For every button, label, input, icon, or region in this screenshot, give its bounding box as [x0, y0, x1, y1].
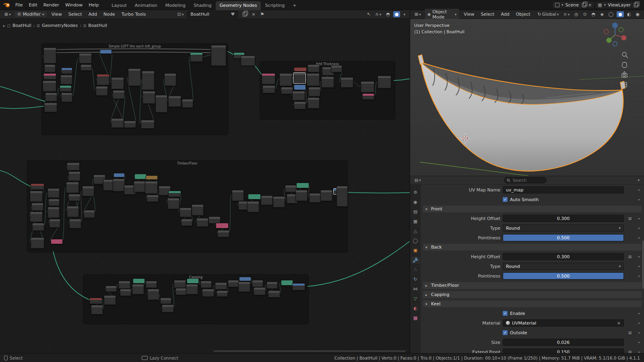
- tab-layout[interactable]: Layout: [107, 1, 130, 10]
- graph-node[interactable]: [89, 298, 102, 304]
- tab-particles[interactable]: ∴: [411, 266, 420, 273]
- graph-node[interactable]: [80, 64, 92, 71]
- proportional-edit-icon[interactable]: ◎: [573, 11, 580, 17]
- scene-unlink-icon[interactable]: ×: [588, 2, 592, 8]
- input-attach-icon[interactable]: ▤: [626, 331, 634, 335]
- show-gizmo-icon[interactable]: ⊙: [582, 11, 588, 17]
- front-height-offset-field[interactable]: 0.300: [503, 215, 624, 222]
- menu-edit[interactable]: Edit: [26, 1, 40, 9]
- section-keel[interactable]: ▾ Keel: [423, 300, 642, 307]
- graph-node[interactable]: [262, 73, 275, 84]
- menu-ne-node[interactable]: Node: [101, 11, 118, 18]
- graph-node[interactable]: [217, 290, 228, 297]
- node-tree-selector[interactable]: BoatHull ♥: [187, 11, 238, 18]
- graph-node[interactable]: [105, 286, 117, 292]
- menu-vp-object[interactable]: Object: [514, 11, 533, 18]
- mode-dropdown[interactable]: ◆ Object Mode▾: [424, 8, 460, 21]
- scene-selector[interactable]: ▾ Scene ×: [552, 1, 594, 9]
- front-pointiness-slider[interactable]: 0.500: [503, 234, 624, 241]
- graph-node[interactable]: [60, 75, 72, 84]
- graph-node[interactable]: [111, 77, 124, 89]
- graph-node[interactable]: [268, 290, 280, 298]
- graph-node[interactable]: [51, 239, 63, 244]
- tab-geometry-nodes[interactable]: Geometry Nodes: [216, 1, 261, 10]
- menu-ne-select[interactable]: Select: [66, 11, 85, 18]
- tab-render[interactable]: ◉: [411, 199, 420, 206]
- graph-node[interactable]: [294, 67, 307, 72]
- tab-object-data[interactable]: ▽: [411, 295, 420, 302]
- graph-node[interactable]: [84, 210, 95, 218]
- graph-node[interactable]: [248, 194, 261, 200]
- keel-outside-checkbox[interactable]: [503, 330, 508, 335]
- graph-node[interactable]: [320, 190, 332, 201]
- menu-render[interactable]: Render: [41, 1, 62, 9]
- animate-decorator[interactable]: [636, 352, 642, 353]
- graph-node[interactable]: [261, 195, 273, 205]
- graph-node[interactable]: [211, 45, 226, 66]
- fake-user-icon[interactable]: ♥: [231, 12, 235, 17]
- shading-material-icon[interactable]: ◐: [625, 11, 633, 17]
- editor-type-icon[interactable]: ⊞▾: [413, 11, 423, 17]
- graph-node[interactable]: [44, 103, 57, 112]
- menu-ne-turbo-tools[interactable]: Turbo Tools: [119, 11, 149, 18]
- tab-world[interactable]: ◯: [411, 237, 420, 244]
- graph-node[interactable]: [43, 47, 56, 64]
- tab-object[interactable]: ▣: [411, 247, 420, 254]
- animate-decorator[interactable]: [636, 218, 642, 219]
- graph-node[interactable]: [147, 195, 159, 202]
- front-type-dropdown[interactable]: Round▾: [503, 224, 624, 232]
- menu-file[interactable]: File: [12, 1, 25, 9]
- graph-node[interactable]: [133, 278, 145, 284]
- graph-node[interactable]: [142, 91, 155, 104]
- menu-vp-select[interactable]: Select: [478, 11, 497, 18]
- preview-shading-icon[interactable]: ●: [393, 11, 400, 17]
- graph-node[interactable]: [155, 95, 167, 113]
- graph-node[interactable]: [294, 84, 306, 90]
- pin-icon[interactable]: ⚑: [259, 11, 266, 17]
- graph-node[interactable]: [31, 183, 44, 190]
- snap-icon[interactable]: ∩▾: [374, 11, 383, 17]
- back-pointiness-slider[interactable]: 0.500: [503, 272, 624, 280]
- properties-options-icon[interactable]: ▾: [636, 178, 641, 183]
- editor-type-icon[interactable]: ⊞▾: [3, 11, 12, 17]
- editor-options-icon[interactable]: ▾: [402, 12, 407, 17]
- graph-node[interactable]: [321, 76, 334, 88]
- graph-node[interactable]: [68, 171, 80, 181]
- search-input[interactable]: [512, 178, 542, 183]
- graph-node[interactable]: [132, 284, 144, 294]
- graph-node[interactable]: [202, 289, 214, 297]
- graph-node[interactable]: [118, 281, 130, 289]
- transform-orientation-dropdown[interactable]: ↻ Global▾: [536, 11, 561, 17]
- graph-node[interactable]: [113, 179, 125, 191]
- graph-node[interactable]: [186, 284, 198, 294]
- graph-node[interactable]: [181, 219, 192, 226]
- tab-modifiers[interactable]: [411, 257, 420, 263]
- graph-node[interactable]: [192, 204, 204, 216]
- tab-output[interactable]: ▤: [411, 208, 420, 215]
- graph-node[interactable]: [104, 295, 116, 305]
- graph-node[interactable]: [113, 90, 125, 99]
- node-tree-type-icon[interactable]: ⊡▾: [176, 11, 186, 17]
- graph-node[interactable]: [241, 56, 255, 66]
- graph-node[interactable]: [180, 208, 192, 217]
- keel-size-field[interactable]: 0.026: [503, 339, 624, 346]
- graph-node[interactable]: [97, 74, 109, 85]
- animate-decorator[interactable]: [636, 228, 642, 229]
- graph-node[interactable]: [238, 282, 250, 292]
- tab-scene[interactable]: △: [411, 228, 420, 234]
- graph-node[interactable]: [44, 64, 56, 72]
- graph-node[interactable]: [91, 305, 103, 315]
- graph-node[interactable]: [362, 93, 374, 100]
- graph-node[interactable]: [79, 53, 92, 64]
- graph-node[interactable]: [167, 198, 180, 209]
- graph-node[interactable]: [307, 73, 320, 86]
- graph-node[interactable]: [31, 203, 43, 211]
- graph-node[interactable]: [294, 101, 306, 109]
- breadcrumb-item[interactable]: BoatHull: [88, 23, 107, 28]
- graph-node[interactable]: [43, 73, 56, 80]
- graph-node[interactable]: [47, 188, 60, 198]
- graph-node[interactable]: [146, 175, 158, 180]
- graph-node[interactable]: [309, 193, 321, 203]
- graph-node[interactable]: [111, 118, 124, 128]
- parent-tree-icon[interactable]: ↖: [365, 11, 372, 17]
